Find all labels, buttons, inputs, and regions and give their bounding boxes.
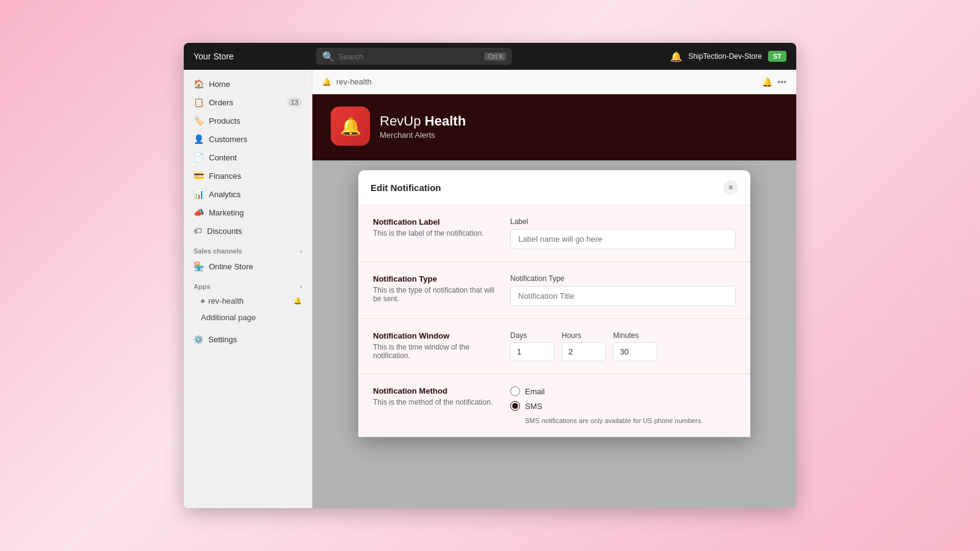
breadcrumb-bell-icon[interactable]: 🔔 — [762, 77, 772, 87]
sidebar-label-orders: Orders — [209, 98, 233, 107]
sidebar-label-content: Content — [209, 153, 237, 162]
store-label: ShipTection-Dev-Store — [688, 52, 762, 61]
breadcrumb-more-icon[interactable]: ••• — [777, 77, 786, 87]
notification-label-section: Notification Label This is the label of … — [358, 205, 750, 262]
type-input[interactable] — [510, 286, 736, 306]
top-bar: Your Store 🔍 Ctrl K 🔔 ShipTection-Dev-St… — [184, 43, 796, 70]
notification-type-title: Notification Type — [373, 274, 496, 283]
store-badge[interactable]: ST — [768, 51, 786, 62]
search-shortcut: Ctrl K — [484, 53, 506, 61]
modal-close-button[interactable]: × — [723, 180, 738, 195]
sidebar-label-customers: Customers — [209, 135, 247, 144]
marketing-icon: 📣 — [194, 208, 204, 217]
edit-notification-modal: Edit Notification × Notification Label T… — [358, 170, 750, 437]
sidebar-item-rev-health[interactable]: rev-health 🔔 — [184, 293, 312, 309]
label-input[interactable] — [510, 229, 736, 249]
content-icon: 📄 — [194, 152, 204, 162]
sidebar-item-additional-page[interactable]: Additional page — [184, 309, 312, 326]
notification-window-section: Notification Window This is the time win… — [358, 319, 750, 374]
sidebar-item-discounts[interactable]: 🏷 Discounts — [184, 222, 312, 240]
sidebar-item-marketing[interactable]: 📣 Marketing — [184, 203, 312, 222]
modal-title: Edit Notification — [371, 182, 441, 193]
breadcrumb-actions: 🔔 ••• — [762, 77, 786, 87]
section-left-type: Notification Type This is the type of no… — [373, 274, 496, 306]
content-area: 🔔 rev-health 🔔 ••• 🔔 RevUp Health Mercha… — [312, 70, 796, 508]
notification-window-title: Notification Window — [373, 331, 496, 340]
apps-chevron: › — [300, 283, 302, 290]
sidebar-item-finances[interactable]: 💳 Finances — [184, 167, 312, 185]
minutes-input[interactable] — [613, 342, 657, 361]
section-left-window: Notification Window This is the time win… — [373, 331, 496, 361]
radio-email[interactable]: Email — [510, 386, 736, 396]
notification-type-section: Notification Type This is the type of no… — [358, 262, 750, 319]
section-right-type: Notification Type — [510, 274, 736, 306]
section-left-label: Notification Label This is the label of … — [373, 217, 496, 249]
rev-health-dot — [201, 299, 205, 303]
radio-sms-label: SMS — [525, 402, 542, 411]
radio-group-method: Email SMS SMS notifications are only ava… — [510, 386, 736, 424]
sidebar-label-products: Products — [209, 116, 240, 126]
radio-email-input[interactable] — [510, 386, 520, 396]
section-right-method: Email SMS SMS notifications are only ava… — [510, 386, 736, 424]
sales-channels-chevron: › — [300, 248, 302, 255]
modal-body: Notification Label This is the label of … — [358, 205, 750, 437]
section-left-method: Notification Method This is the method o… — [373, 386, 496, 424]
app-title: RevUp Health Merchant Alerts — [380, 113, 466, 140]
hours-label: Hours — [562, 331, 606, 340]
customers-icon: 👤 — [194, 134, 204, 144]
app-logo-bell-icon: 🔔 — [340, 116, 361, 137]
notification-bell-icon[interactable]: 🔔 — [670, 51, 682, 62]
sales-channels-label: Sales channels — [194, 247, 243, 255]
hours-field: Hours — [562, 331, 606, 361]
app-logo: 🔔 — [331, 107, 370, 146]
sales-channels-section[interactable]: Sales channels › — [184, 240, 312, 257]
sidebar-item-online-store[interactable]: 🏪 Online Store — [184, 257, 312, 276]
radio-email-label: Email — [525, 387, 545, 396]
app-name: RevUp Health — [380, 113, 466, 129]
minutes-field: Minutes — [613, 331, 657, 361]
radio-sms-input[interactable] — [510, 401, 520, 411]
orders-badge: 13 — [287, 98, 302, 107]
sidebar: 🏠 Home 📋 Orders 13 🏷️ Products 👤 Custome… — [184, 70, 312, 508]
analytics-icon: 📊 — [194, 189, 204, 199]
close-icon: × — [728, 182, 733, 192]
sidebar-item-content[interactable]: 📄 Content — [184, 148, 312, 167]
online-store-icon: 🏪 — [194, 261, 204, 271]
sidebar-label-home: Home — [209, 80, 230, 89]
minutes-label: Minutes — [613, 331, 657, 340]
products-icon: 🏷️ — [194, 116, 204, 126]
sidebar-label-settings: Settings — [208, 335, 237, 344]
sidebar-label-discounts: Discounts — [207, 227, 242, 236]
app-subtitle: Merchant Alerts — [380, 130, 466, 140]
apps-section[interactable]: Apps › — [184, 276, 312, 293]
sidebar-item-products[interactable]: 🏷️ Products — [184, 111, 312, 130]
search-input[interactable] — [338, 52, 481, 61]
section-right-label: Label — [510, 217, 736, 249]
sidebar-item-settings[interactable]: ⚙️ Settings — [184, 331, 312, 348]
store-name: Your Store — [194, 51, 234, 61]
breadcrumb-bar: 🔔 rev-health 🔔 ••• — [312, 70, 796, 94]
notification-label-title: Notification Label — [373, 217, 496, 227]
notification-label-desc: This is the label of the notification. — [373, 229, 496, 238]
notification-type-desc: This is the type of notification that wi… — [373, 286, 496, 303]
sidebar-label-marketing: Marketing — [209, 208, 244, 217]
sidebar-item-customers[interactable]: 👤 Customers — [184, 130, 312, 148]
search-icon: 🔍 — [322, 51, 334, 62]
rev-health-bell-icon: 🔔 — [293, 297, 302, 305]
window-fields: Days Hours Minutes — [510, 331, 736, 361]
search-bar[interactable]: 🔍 Ctrl K — [316, 48, 512, 65]
days-input[interactable] — [510, 342, 554, 361]
sidebar-item-orders[interactable]: 📋 Orders 13 — [184, 93, 312, 111]
modal-overlay: Edit Notification × Notification Label T… — [312, 160, 796, 508]
breadcrumb-icon: 🔔 — [322, 78, 331, 86]
sidebar-label-online-store: Online Store — [209, 262, 253, 271]
sidebar-item-home[interactable]: 🏠 Home — [184, 75, 312, 93]
settings-icon: ⚙️ — [194, 335, 203, 344]
radio-sms[interactable]: SMS — [510, 401, 736, 411]
app-name-bold: Health — [424, 113, 466, 129]
days-label: Days — [510, 331, 554, 340]
sidebar-label-analytics: Analytics — [209, 190, 241, 199]
sidebar-item-analytics[interactable]: 📊 Analytics — [184, 185, 312, 203]
hours-input[interactable] — [562, 342, 606, 361]
sidebar-label-additional-page: Additional page — [201, 313, 256, 322]
